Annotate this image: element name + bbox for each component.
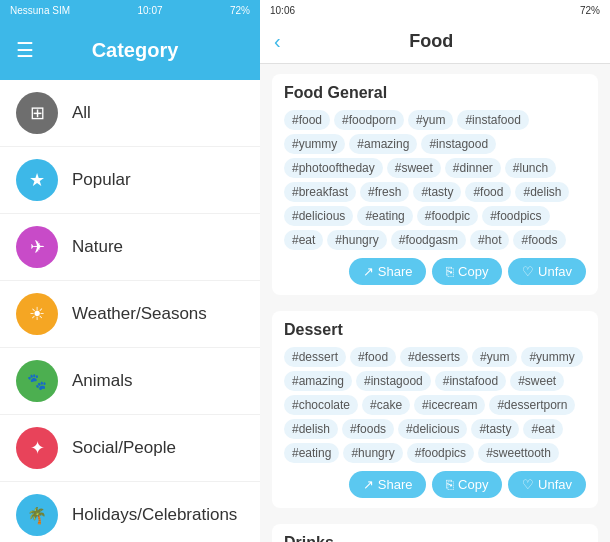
carrier-label: Nessuna SIM (10, 5, 70, 16)
tag-item[interactable]: #hungry (343, 443, 402, 463)
tag-item[interactable]: #yummy (521, 347, 582, 367)
tag-item[interactable]: #foodporn (334, 110, 404, 130)
sidebar-item-weather[interactable]: ☀ Weather/Seasons (0, 281, 260, 348)
tag-item[interactable]: #dessert (284, 347, 346, 367)
tag-item[interactable]: #hot (470, 230, 509, 250)
tag-item[interactable]: #foodpics (407, 443, 474, 463)
tag-item[interactable]: #eat (284, 230, 323, 250)
tag-item[interactable]: #delish (515, 182, 569, 202)
food-general-title: Food General (284, 84, 586, 102)
tag-item[interactable]: #chocolate (284, 395, 358, 415)
status-bar-right: 10:06 72% (260, 0, 610, 20)
tag-item[interactable]: #eat (523, 419, 562, 439)
status-bar-left: Nessuna SIM 10:07 72% (0, 0, 260, 20)
tag-item[interactable]: #lunch (505, 158, 556, 178)
food-general-share-button[interactable]: ↗ Share (349, 258, 426, 285)
tag-item[interactable]: #tasty (471, 419, 519, 439)
all-label: All (72, 103, 91, 123)
left-battery: 72% (230, 5, 250, 16)
right-content: Food General #food#foodporn#yum#instafoo… (260, 64, 610, 542)
social-label: Social/People (72, 438, 176, 458)
sidebar-item-social[interactable]: ✦ Social/People (0, 415, 260, 482)
tag-item[interactable]: #delish (284, 419, 338, 439)
food-general-actions: ↗ Share ⎘ Copy ♡ Unfav (284, 258, 586, 285)
tag-item[interactable]: #delicious (284, 206, 353, 226)
tag-item[interactable]: #yum (408, 110, 453, 130)
weather-icon: ☀ (16, 293, 58, 335)
tag-item[interactable]: #food (284, 110, 330, 130)
dessert-section: Dessert #dessert#food#desserts#yum#yummy… (272, 311, 598, 508)
dessert-unfav-button[interactable]: ♡ Unfav (508, 471, 586, 498)
tag-item[interactable]: #hungry (327, 230, 386, 250)
popular-label: Popular (72, 170, 131, 190)
tag-item[interactable]: #foodpic (417, 206, 478, 226)
tag-item[interactable]: #delicious (398, 419, 467, 439)
animals-label: Animals (72, 371, 132, 391)
left-time: 10:07 (137, 5, 162, 16)
holidays-icon: 🌴 (16, 494, 58, 536)
tag-item[interactable]: #amazing (349, 134, 417, 154)
left-panel: Nessuna SIM 10:07 72% ☰ Category ⊞ All ★… (0, 0, 260, 542)
food-general-copy-button[interactable]: ⎘ Copy (432, 258, 502, 285)
left-header: ☰ Category (0, 20, 260, 80)
right-title: Food (291, 31, 572, 52)
social-icon: ✦ (16, 427, 58, 469)
tag-item[interactable]: #fresh (360, 182, 409, 202)
tag-item[interactable]: #instagood (421, 134, 496, 154)
tag-item[interactable]: #yummy (284, 134, 345, 154)
tag-item[interactable]: #foodpics (482, 206, 549, 226)
back-icon[interactable]: ‹ (274, 30, 281, 53)
right-panel: 10:06 72% ‹ Food Food General #food#food… (260, 0, 610, 542)
tag-item[interactable]: #instafood (435, 371, 506, 391)
sidebar-item-popular[interactable]: ★ Popular (0, 147, 260, 214)
tag-item[interactable]: #instagood (356, 371, 431, 391)
dessert-actions: ↗ Share ⎘ Copy ♡ Unfav (284, 471, 586, 498)
tag-item[interactable]: #food (350, 347, 396, 367)
drinks-title: Drinks (284, 534, 586, 542)
tag-item[interactable]: #yum (472, 347, 517, 367)
tag-item[interactable]: #eating (357, 206, 412, 226)
right-header: ‹ Food (260, 20, 610, 64)
tag-item[interactable]: #tasty (413, 182, 461, 202)
tag-item[interactable]: #cake (362, 395, 410, 415)
tag-item[interactable]: #breakfast (284, 182, 356, 202)
tag-item[interactable]: #amazing (284, 371, 352, 391)
food-general-unfav-button[interactable]: ♡ Unfav (508, 258, 586, 285)
tag-item[interactable]: #dessertporn (489, 395, 575, 415)
dessert-copy-button[interactable]: ⎘ Copy (432, 471, 502, 498)
nature-icon: ✈ (16, 226, 58, 268)
right-battery: 72% (580, 5, 600, 16)
tag-item[interactable]: #foods (342, 419, 394, 439)
dessert-title: Dessert (284, 321, 586, 339)
tag-item[interactable]: #photooftheday (284, 158, 383, 178)
animals-icon: 🐾 (16, 360, 58, 402)
left-title: Category (46, 39, 224, 62)
sidebar-item-animals[interactable]: 🐾 Animals (0, 348, 260, 415)
right-time: 10:06 (270, 5, 295, 16)
nature-label: Nature (72, 237, 123, 257)
dessert-tags: #dessert#food#desserts#yum#yummy#amazing… (284, 347, 586, 463)
all-icon: ⊞ (16, 92, 58, 134)
tag-item[interactable]: #foodgasm (391, 230, 466, 250)
popular-icon: ★ (16, 159, 58, 201)
holidays-label: Holidays/Celebrations (72, 505, 237, 525)
tag-item[interactable]: #eating (284, 443, 339, 463)
tag-item[interactable]: #sweettooth (478, 443, 559, 463)
sidebar-item-all[interactable]: ⊞ All (0, 80, 260, 147)
category-list: ⊞ All ★ Popular ✈ Nature ☀ Weather/Seaso… (0, 80, 260, 542)
tag-item[interactable]: #food (465, 182, 511, 202)
sidebar-item-holidays[interactable]: 🌴 Holidays/Celebrations (0, 482, 260, 542)
tag-item[interactable]: #desserts (400, 347, 468, 367)
food-general-section: Food General #food#foodporn#yum#instafoo… (272, 74, 598, 295)
sidebar-item-nature[interactable]: ✈ Nature (0, 214, 260, 281)
weather-label: Weather/Seasons (72, 304, 207, 324)
tag-item[interactable]: #sweet (387, 158, 441, 178)
dessert-share-button[interactable]: ↗ Share (349, 471, 426, 498)
tag-item[interactable]: #sweet (510, 371, 564, 391)
tag-item[interactable]: #dinner (445, 158, 501, 178)
tag-item[interactable]: #instafood (457, 110, 528, 130)
hamburger-icon[interactable]: ☰ (16, 38, 34, 62)
food-general-tags: #food#foodporn#yum#instafood#yummy#amazi… (284, 110, 586, 250)
tag-item[interactable]: #icecream (414, 395, 485, 415)
tag-item[interactable]: #foods (513, 230, 565, 250)
